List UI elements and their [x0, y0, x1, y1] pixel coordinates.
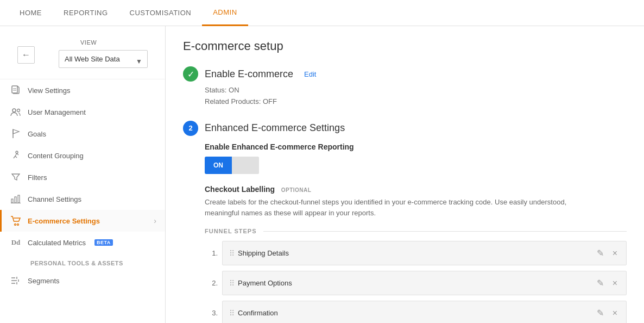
sidebar-item-view-settings[interactable]: View Settings — [0, 79, 165, 101]
enable-ecommerce-section: ✓ Enable E-commerce Edit Status: ON Rela… — [183, 66, 627, 108]
sidebar-item-segments-label: Segments — [28, 277, 60, 285]
checkout-labelling-section: Checkout Labelling OPTIONAL Create label… — [205, 185, 627, 220]
sidebar-item-ecommerce-settings-label: E-commerce Settings — [28, 217, 100, 225]
sidebar-item-goals-label: Goals — [28, 130, 46, 138]
toggle-on[interactable]: ON — [205, 157, 232, 174]
app-layout: ← VIEW All Web Site Data ▼ — [0, 26, 644, 323]
status-info: Status: ON Related Products: OFF — [183, 85, 627, 108]
svg-point-4 — [17, 109, 20, 112]
chevron-right-icon: › — [154, 216, 156, 225]
dd-icon: Dd — [10, 237, 21, 248]
page-title: E-commerce setup — [183, 39, 627, 53]
step-3-input-box: ⠿ Confirmation ✎ × — [222, 301, 627, 323]
funnel-step-2: 2. ⠿ Payment Options ✎ × — [205, 271, 627, 295]
people-icon — [10, 107, 21, 117]
step-3-number: 3. — [205, 309, 218, 317]
view-select-wrapper: All Web Site Data ▼ — [50, 48, 156, 74]
svg-point-6 — [16, 151, 18, 153]
nav-home[interactable]: HOME — [9, 0, 53, 26]
sidebar-item-calculated-metrics[interactable]: Dd Calculated Metrics BETA — [0, 232, 165, 253]
enable-enhanced-label: Enable Enhanced E-commerce Reporting — [205, 142, 627, 151]
nav-admin[interactable]: ADMIN — [202, 0, 248, 26]
sidebar-item-segments[interactable]: Segments — [0, 270, 165, 291]
personal-tools-label: PERSONAL TOOLS & ASSETS — [0, 253, 165, 270]
funnel-step-3: 3. ⠿ Confirmation ✎ × — [205, 301, 627, 323]
chart-icon — [10, 194, 21, 204]
nav-reporting[interactable]: REPORTING — [53, 0, 119, 26]
person-run-icon — [10, 150, 21, 161]
sidebar-item-filters-label: Filters — [28, 173, 47, 182]
step-1-number: 1. — [205, 249, 218, 257]
view-top-area: ← VIEW All Web Site Data ▼ — [0, 30, 165, 79]
sidebar-item-user-management-label: User Management — [28, 108, 86, 116]
sidebar-item-goals[interactable]: Goals — [0, 123, 165, 145]
enhanced-settings-content: Enable Enhanced E-commerce Reporting ON … — [183, 142, 627, 323]
sidebar-item-channel-settings-label: Channel Settings — [28, 195, 81, 203]
sidebar: ← VIEW All Web Site Data ▼ — [0, 26, 166, 323]
step-1-edit-button[interactable]: ✎ — [595, 247, 606, 259]
svg-rect-7 — [11, 199, 13, 203]
step-3-edit-button[interactable]: ✎ — [595, 307, 606, 319]
sidebar-item-content-grouping-label: Content Grouping — [28, 152, 84, 160]
step-2-circle: 2 — [183, 121, 198, 136]
cart-icon — [10, 215, 21, 226]
funnel-step-1: 1. ⠿ Shipping Details ✎ × — [205, 241, 627, 265]
svg-rect-0 — [12, 86, 17, 93]
sidebar-item-channel-settings[interactable]: Channel Settings — [0, 188, 165, 210]
svg-rect-9 — [18, 195, 20, 203]
checkout-labelling-desc: Create labels for the checkout-funnel st… — [205, 197, 585, 220]
status-line1: Status: ON — [205, 85, 627, 96]
step-1-label: Shipping Details — [238, 249, 590, 257]
back-button[interactable]: ← — [17, 46, 35, 64]
step-3-label: Confirmation — [238, 309, 590, 317]
edit-link[interactable]: Edit — [304, 70, 316, 78]
sidebar-item-content-grouping[interactable]: Content Grouping — [0, 145, 165, 166]
toggle-off[interactable] — [232, 157, 259, 174]
segments-icon — [10, 275, 21, 286]
step-2-label: Payment Options — [238, 279, 590, 287]
optional-badge: OPTIONAL — [281, 187, 312, 193]
check-circle-icon: ✓ — [183, 66, 198, 82]
drag-handle-1-icon[interactable]: ⠿ — [229, 249, 233, 258]
drag-handle-3-icon[interactable]: ⠿ — [229, 309, 233, 318]
svg-point-12 — [17, 224, 19, 226]
view-select[interactable]: All Web Site Data — [59, 50, 148, 68]
drag-handle-2-icon[interactable]: ⠿ — [229, 279, 233, 288]
sidebar-item-ecommerce-settings[interactable]: E-commerce Settings › — [0, 210, 165, 232]
funnel-steps-header: FUNNEL STEPS — [205, 228, 627, 234]
enable-ecommerce-title: Enable E-commerce — [205, 69, 293, 80]
status-line2: Related Products: OFF — [205, 96, 627, 108]
svg-point-3 — [12, 109, 16, 112]
funnel-steps-label: FUNNEL STEPS — [205, 228, 257, 234]
sidebar-item-filters[interactable]: Filters — [0, 166, 165, 188]
sidebar-item-view-settings-label: View Settings — [28, 86, 71, 95]
step-3-delete-button[interactable]: × — [610, 307, 620, 319]
beta-badge: BETA — [94, 239, 113, 246]
toggle-container[interactable]: ON — [205, 157, 259, 174]
flag-icon — [10, 128, 21, 139]
checkout-labelling-title: Checkout Labelling — [205, 185, 275, 194]
nav-customisation[interactable]: CUSTOMISATION — [119, 0, 203, 26]
svg-point-11 — [15, 224, 16, 226]
step-2-input-box: ⠿ Payment Options ✎ × — [222, 271, 627, 295]
doc-icon — [10, 85, 21, 96]
step-2-number: 2. — [205, 279, 218, 287]
step-1-input-box: ⠿ Shipping Details ✎ × — [222, 241, 627, 265]
filter-icon — [10, 172, 21, 183]
view-label: VIEW — [50, 35, 156, 48]
sidebar-item-user-management[interactable]: User Management — [0, 101, 165, 123]
step-1-delete-button[interactable]: × — [610, 247, 620, 259]
enhanced-ecommerce-section: 2 Enhanced E-commerce Settings Enable En… — [183, 121, 627, 323]
main-content: E-commerce setup ✓ Enable E-commerce Edi… — [166, 26, 644, 323]
funnel-divider — [263, 231, 627, 232]
svg-rect-8 — [15, 197, 16, 203]
sidebar-item-calculated-metrics-label: Calculated Metrics — [28, 239, 86, 247]
top-navigation: HOME REPORTING CUSTOMISATION ADMIN — [0, 0, 644, 26]
step-2-delete-button[interactable]: × — [610, 277, 620, 289]
enhanced-ecommerce-title: Enhanced E-commerce Settings — [205, 122, 345, 134]
step-2-edit-button[interactable]: ✎ — [595, 277, 606, 289]
